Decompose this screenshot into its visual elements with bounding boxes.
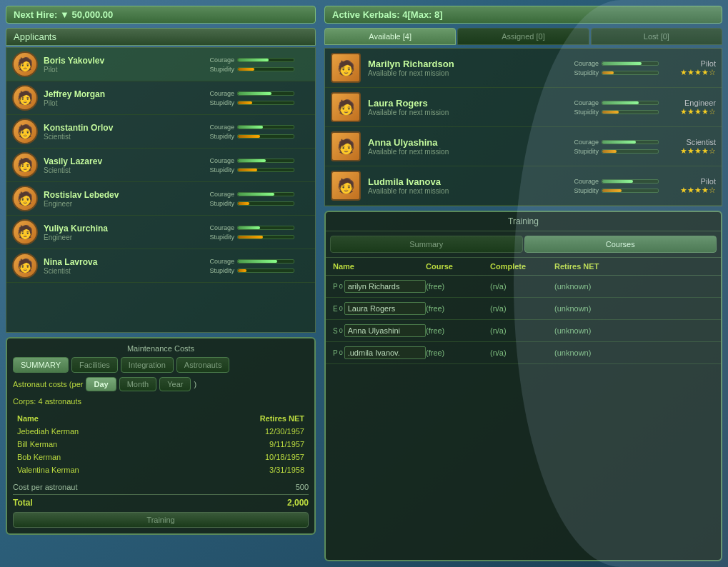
stupidity-bar-bg: [237, 269, 294, 273]
training-row: S 0 (free) (n/a) (unknown): [326, 320, 721, 342]
available-tab-0[interactable]: Available [4]: [324, 28, 456, 45]
stupidity-bar-fill: [238, 68, 254, 71]
period-button-month[interactable]: Month: [119, 377, 157, 391]
period-button-year[interactable]: Year: [159, 377, 191, 391]
stupidity-stat-row: Stupidity: [195, 66, 309, 73]
training-course: (free): [426, 326, 490, 335]
kerbal-row[interactable]: 🧑 Ludmila Ivanova Available for next mis…: [325, 166, 722, 206]
applicant-info: Nina Lavrova Scientist: [44, 257, 189, 275]
maintenance-tab[interactable]: Integration: [121, 357, 174, 373]
astronaut-name: Jebediah Kerman: [14, 426, 181, 437]
stupidity-bar-fill: [238, 269, 246, 272]
courage-fill: [602, 101, 639, 104]
kerbal-level: 0: [339, 327, 343, 334]
stupidity-fill: [602, 71, 614, 74]
stupidity-label: Stupidity: [195, 66, 234, 73]
courage-stat-row: Courage: [195, 90, 309, 97]
training-tab-summary[interactable]: Summary: [330, 236, 523, 253]
applicant-row[interactable]: 🧑 Jeffrey Morgan Pilot Courage Stupidity: [6, 81, 315, 115]
courage-bar-bg: [237, 91, 294, 96]
training-tab-courses[interactable]: Courses: [524, 236, 717, 253]
available-tab-2[interactable]: Lost [0]: [591, 28, 722, 45]
cost-per-label: Cost per astronaut: [13, 483, 78, 491]
applicant-row[interactable]: 🧑 Vasily Lazarev Scientist Courage Stupi…: [6, 149, 315, 182]
maintenance-tab[interactable]: SUMMARY: [13, 357, 69, 373]
kerbal-type-letter: S: [333, 327, 338, 335]
applicant-name: Konstantin Orlov: [44, 123, 189, 133]
courage-stat-row: Courage: [195, 56, 309, 64]
courage-stat-row: Courage: [559, 139, 659, 146]
maintenance-tab[interactable]: Astronauts: [176, 357, 230, 373]
astronaut-cost-table: Name Retires NET Jebediah Kerman12/30/19…: [13, 411, 309, 477]
training-course: (free): [426, 304, 490, 313]
training-name-input[interactable]: [344, 324, 426, 337]
total-label: Total: [13, 498, 33, 508]
kerbal-row[interactable]: 🧑 Laura Rogers Available for next missio…: [325, 88, 722, 127]
training-row: E 0 (free) (n/a) (unknown): [326, 298, 721, 320]
courage-label: Courage: [195, 90, 234, 97]
kerbal-details: Ludmila Ivanova Available for next missi…: [368, 176, 552, 195]
courage-bar-fill: [238, 126, 263, 129]
col-retires-header: Retires NET: [183, 413, 307, 424]
stupidity-bar-fill: [238, 135, 260, 138]
kerbal-status: Available for next mission: [368, 187, 552, 195]
courage-stat-row: Courage: [559, 178, 659, 185]
applicant-avatar: 🧑: [12, 186, 38, 211]
kerbal-status: Available for next mission: [368, 109, 552, 116]
courage-bar-fill: [238, 59, 269, 61]
training-col-complete: Complete: [490, 262, 554, 271]
maintenance-panel: Maintenance Costs SUMMARYFacilitiesInteg…: [6, 337, 316, 535]
training-col-course: Course: [426, 262, 490, 271]
stupidity-stat-row: Stupidity: [559, 187, 659, 194]
astronaut-name: Bill Kerman: [14, 438, 181, 450]
kerbal-name: Laura Rogers: [368, 98, 552, 109]
training-name-input[interactable]: [344, 346, 426, 359]
training-name-input[interactable]: [344, 280, 426, 293]
astronaut-retires: 9/11/1957: [183, 438, 307, 450]
training-panel: Training SummaryCourses Name Course Comp…: [324, 211, 722, 561]
available-tab-1[interactable]: Assigned [0]: [457, 28, 589, 45]
kerbal-row[interactable]: 🧑 Marilyn Richardson Available for next …: [325, 49, 722, 88]
stupidity-stat-row: Stupidity: [195, 166, 309, 174]
training-retires: (unknown): [554, 326, 714, 335]
courage-label: Courage: [195, 191, 234, 198]
astronaut-cost-row: Bill Kerman9/11/1957: [14, 438, 307, 450]
applicants-header: Applicants: [6, 28, 316, 46]
stupidity-bar-fill: [238, 236, 263, 239]
applicant-name: Vasily Lazarev: [44, 156, 189, 166]
courage-label: Courage: [195, 258, 234, 265]
applicant-row[interactable]: 🧑 Konstantin Orlov Scientist Courage Stu…: [6, 115, 315, 149]
astronaut-retires: 3/31/1958: [183, 464, 307, 476]
courage-label: Courage: [559, 99, 599, 106]
training-bar-bottom[interactable]: Training: [13, 512, 309, 528]
applicant-row[interactable]: 🧑 Boris Yakovlev Pilot Courage Stupidity: [6, 48, 315, 81]
kerbal-type-letter: P: [333, 283, 338, 291]
kerbal-stars: ★★★★☆: [666, 107, 716, 116]
training-name-input[interactable]: [344, 302, 426, 315]
stupidity-bar-bg: [237, 168, 294, 172]
applicant-stats: Courage Stupidity: [195, 224, 309, 241]
astronaut-retires: 10/18/1957: [183, 451, 307, 463]
applicant-row[interactable]: 🧑 Nina Lavrova Scientist Courage Stupidi…: [6, 249, 315, 283]
applicant-name: Boris Yakovlev: [44, 56, 189, 66]
stupidity-label: Stupidity: [195, 200, 234, 207]
applicant-row[interactable]: 🧑 Rostislav Lebedev Engineer Courage Stu…: [6, 182, 315, 216]
courage-label: Courage: [559, 139, 599, 146]
applicant-row[interactable]: 🧑 Yuliya Kurchina Engineer Courage Stupi…: [6, 216, 315, 249]
period-button-day[interactable]: Day: [86, 377, 116, 391]
stupidity-bar-fill: [238, 101, 252, 104]
maintenance-tab[interactable]: Facilities: [71, 357, 118, 373]
courage-label: Courage: [559, 60, 599, 67]
stupidity-bar-bg: [237, 201, 294, 206]
kerbal-details: Anna Ulyashina Available for next missio…: [368, 137, 552, 156]
stupidity-label: Stupidity: [195, 234, 234, 241]
courage-stat-row: Courage: [559, 60, 659, 67]
stupidity-stat-row: Stupidity: [195, 133, 309, 140]
courage-bar-fill: [238, 226, 260, 229]
next-hire-bar: Next Hire: ▼ 50,000.00: [6, 6, 316, 24]
stupidity-label: Stupidity: [195, 267, 234, 274]
courage-label: Courage: [195, 157, 234, 164]
kerbal-row[interactable]: 🧑 Anna Ulyashina Available for next miss…: [325, 127, 722, 166]
period-buttons: DayMonthYear: [86, 377, 191, 391]
stupidity-fill: [602, 189, 622, 192]
